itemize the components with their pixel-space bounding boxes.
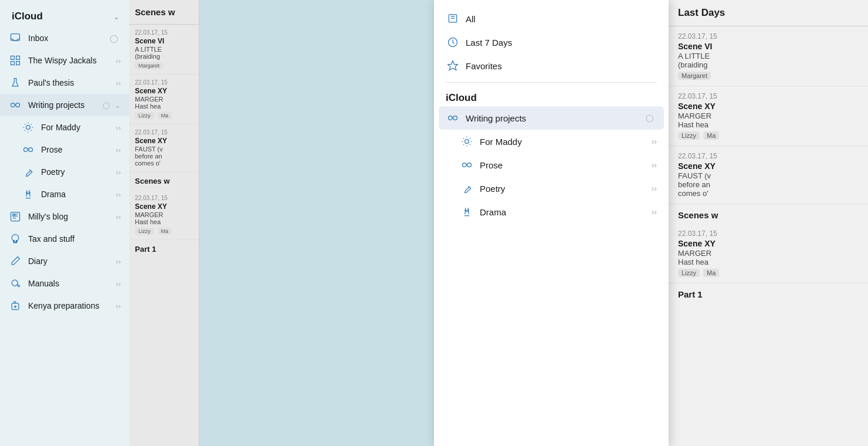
sidebar-item-label: Milly's blog [28, 212, 113, 221]
sidebar-item-label: Paul's thesis [28, 78, 113, 87]
sidebar-item-poetry[interactable]: Poetry ›› [0, 161, 129, 183]
chevron-right-icon: ›› [116, 302, 121, 310]
scene-tags: Margaret [135, 62, 193, 69]
goggles-icon [8, 98, 22, 112]
sidebar-item-label: Poetry [41, 167, 113, 177]
svg-point-15 [449, 116, 453, 120]
scene-item[interactable]: 22.03.17, 15 Scene XY MARGERHast hea Liz… [129, 75, 199, 124]
sidebar-header: iCloud ⌄ [0, 6, 129, 27]
svg-point-5 [11, 103, 15, 107]
sidebar-left: iCloud ⌄ Inbox ◯ [0, 0, 129, 446]
sidebar-item-label: Kenya preparations [28, 301, 113, 310]
sidebar-item-manuals[interactable]: Manuals ›› [0, 272, 129, 295]
goggles-icon [446, 111, 460, 125]
sidebar-item-label: For Maddy [41, 123, 113, 132]
flask-icon [8, 76, 22, 90]
scene-tags: Lizzy Ma [135, 112, 193, 119]
dropdown-section-title: iCloud [439, 87, 664, 106]
dropdown-item-all[interactable]: All [439, 7, 664, 31]
sidebar-item-for-maddy[interactable]: For Maddy ›› [0, 116, 129, 138]
scene-tags: Lizzy Ma [678, 269, 859, 277]
pen-icon [21, 165, 35, 179]
sidebar-item-label: Manuals [28, 279, 113, 288]
scene-tags: Lizzy Ma [135, 228, 193, 235]
svg-rect-11 [13, 214, 15, 216]
sidebar-item-millys-blog[interactable]: Milly's blog ›› [0, 205, 129, 228]
scene-item[interactable]: 22.03.17, 15 Scene VI A LITTLE(braiding … [669, 26, 868, 86]
svg-point-18 [463, 163, 467, 167]
skull-icon [8, 232, 22, 246]
sidebar-item-label: Writing projects [28, 100, 103, 110]
chevron-right-icon: ›› [652, 160, 657, 170]
goggles-small-icon [460, 158, 474, 172]
scene-item[interactable]: 22.03.17, 15 Scene VI A LITTLE(braiding … [129, 25, 199, 75]
scene-item[interactable]: 22.03.17, 15 Scene XY MARGERHast hea Liz… [129, 190, 199, 240]
chevron-down-icon: ⌄ [114, 101, 121, 110]
chevron-right-icon: ›› [116, 279, 121, 288]
chevron-right-icon: ›› [116, 212, 121, 221]
sidebar-item-diary[interactable]: Diary ›› [0, 250, 129, 272]
scene-title: Scene XY [678, 161, 859, 171]
scene-desc: A LITTLE(braiding [678, 52, 859, 69]
sidebar-item-label: Diary [28, 256, 113, 266]
scene-item[interactable]: 22.03.17, 15 Scene XY MARGERHast hea Liz… [669, 224, 868, 283]
inbox-icon [8, 31, 22, 45]
svg-marker-14 [448, 61, 458, 70]
scene-item[interactable]: 22.03.17, 15 Scene XY FAUST (vbefore anc… [129, 124, 199, 172]
sidebar-item-tax[interactable]: Tax and stuff [0, 228, 129, 250]
sidebar-item-drama[interactable]: Drama ›› [0, 183, 129, 205]
scene-date: 22.03.17, 15 [678, 92, 859, 100]
chevron-right-icon: ›› [652, 207, 657, 217]
scene-date: 22.03.17, 15 [678, 32, 859, 40]
sidebar-item-kenya[interactable]: Kenya preparations ›› [0, 295, 129, 317]
svg-point-17 [465, 140, 469, 144]
dropdown-item-for-maddy[interactable]: For Maddy ›› [439, 130, 664, 153]
dropdown-item-writing-projects[interactable]: Writing projects ◯ [439, 106, 664, 130]
dropdown-item-label: For Maddy [480, 137, 652, 147]
sidebar-item-prose[interactable]: Prose ›› [0, 138, 129, 161]
scene-desc: FAUST (vbefore ancomes o' [135, 146, 193, 167]
chess-icon [460, 205, 474, 219]
svg-point-19 [467, 163, 472, 167]
scene-tag: Margaret [135, 62, 163, 69]
dropdown-item-last7[interactable]: Last 7 Days [439, 31, 664, 54]
dropdown-item-drama[interactable]: Drama ›› [439, 200, 664, 224]
scene-tag: Lizzy [135, 228, 154, 235]
pencil-icon [8, 254, 22, 268]
dropdown-item-poetry[interactable]: Poetry ›› [439, 177, 664, 200]
dropdown-overlay: All Last 7 Days [434, 0, 669, 446]
sidebar-collapse-icon[interactable]: ⌄ [113, 12, 120, 21]
scene-date: 22.03.17, 15 [135, 129, 193, 136]
scene-item[interactable]: 22.03.17, 15 Scene XY FAUST (vbefore anc… [669, 146, 868, 204]
sidebar-item-label: The Wispy Jackals [28, 56, 113, 65]
dropdown-item-prose[interactable]: Prose ›› [439, 153, 664, 177]
chevron-right-icon: ›› [116, 190, 121, 199]
dropdown-item-label: Last 7 Days [466, 38, 657, 48]
chevron-right-icon: ›› [116, 79, 121, 87]
scene-item[interactable]: 22.03.17, 15 Scene XY MARGERHast hea Liz… [669, 86, 868, 146]
scene-date: 22.03.17, 15 [678, 152, 859, 160]
scene-title: Scene VI [135, 37, 193, 45]
scene-desc: A LITTLE(braiding [135, 46, 193, 60]
sidebar-item-writing-projects[interactable]: Writing projects ◯ ⌄ [0, 94, 129, 116]
chevron-right-icon: ›› [652, 184, 657, 193]
content-header-left: Scenes w [129, 0, 199, 25]
scene-tag: Ma [158, 228, 172, 235]
luggage-icon [8, 299, 22, 313]
scene-tags: Lizzy Ma [678, 131, 859, 140]
scene-tag: Margaret [678, 72, 711, 80]
scene-date: 22.03.17, 15 [135, 195, 193, 201]
sidebar-item-inbox[interactable]: Inbox ◯ [0, 27, 129, 49]
scene-desc: MARGERHast hea [678, 249, 859, 266]
sidebar-item-wispy-jackals[interactable]: The Wispy Jackals ›› [0, 49, 129, 72]
dropdown-item-favorites[interactable]: Favorites [439, 54, 664, 77]
scene-title: Scene XY [135, 137, 193, 145]
clock-icon [446, 35, 460, 49]
sidebar-item-pauls-thesis[interactable]: Paul's thesis ›› [0, 72, 129, 94]
svg-point-9 [29, 148, 33, 152]
scene-tag: Ma [703, 131, 719, 140]
scene-title: Scene XY [135, 87, 193, 95]
divider [446, 82, 657, 83]
part-label-right: Part 1 [669, 283, 868, 303]
right-header-title: Last Days [678, 7, 725, 18]
